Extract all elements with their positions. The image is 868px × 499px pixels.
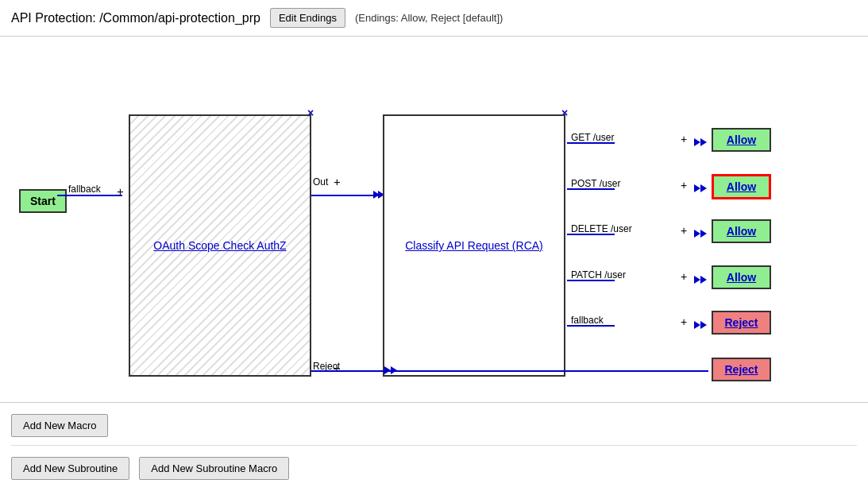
arrow-fallback1 [694, 321, 700, 329]
route-label-fallback: fallback [571, 315, 604, 326]
arrow-post2 [700, 184, 707, 192]
route-label-patch: PATCH /user [571, 269, 626, 280]
arrow-delete1 [694, 230, 700, 238]
plus-reject-out: + [334, 362, 340, 374]
arrow-get2 [700, 138, 707, 146]
line-reject-out [311, 370, 391, 372]
route-label-post: POST /user [571, 178, 620, 189]
line-get [567, 142, 615, 144]
reject-button-fallback[interactable]: Reject [712, 311, 771, 335]
line-start-oauth [57, 195, 122, 196]
macro-row: Add New Macro [11, 414, 857, 446]
add-new-subroutine-macro-button[interactable]: Add New Subroutine Macro [139, 457, 289, 480]
plus-fallback: + [681, 315, 687, 328]
subroutine-row: Add New Subroutine Add New Subroutine Ma… [11, 454, 857, 480]
allow-button-get[interactable]: Allow [712, 128, 771, 152]
oauth-box[interactable]: OAuth Scope Check AuthZ [129, 114, 311, 377]
endings-info: (Endings: Allow, Reject [default]) [355, 12, 503, 24]
plus-patch: + [681, 270, 687, 283]
arrow-patch1 [694, 276, 700, 284]
header: API Protection: /Common/api-protection_p… [0, 0, 868, 37]
plus-delete: + [681, 224, 687, 237]
allow-button-delete[interactable]: Allow [712, 219, 771, 243]
line-delete [567, 234, 615, 235]
page-title: API Protection: /Common/api-protection_p… [11, 11, 260, 25]
flow-diagram: Start fallback + × OAuth Scope Check Aut… [11, 52, 853, 386]
canvas-area: Start fallback + × OAuth Scope Check Aut… [0, 37, 868, 402]
arrow-get1 [694, 138, 700, 146]
arrow-delete2 [700, 230, 707, 238]
classify-box-label[interactable]: Classify API Request (RCA) [402, 236, 546, 255]
classify-box[interactable]: Classify API Request (RCA) [383, 114, 565, 377]
arrow-fallback2 [700, 321, 707, 329]
edit-endings-button[interactable]: Edit Endings [270, 8, 345, 28]
out-label: Out [313, 176, 328, 188]
add-new-macro-button[interactable]: Add New Macro [11, 414, 108, 437]
plus-start: + [117, 184, 124, 198]
plus-oauth-out: + [334, 175, 341, 188]
line-patch [567, 280, 615, 281]
arrow-reject1 [384, 366, 391, 374]
line-fallback [567, 325, 615, 327]
bottom-section: Add New Macro Add New Subroutine Add New… [0, 402, 868, 491]
fallback-label-start: fallback [68, 184, 101, 195]
allow-button-patch[interactable]: Allow [712, 265, 771, 289]
line-reject-long [391, 370, 708, 372]
route-label-get: GET /user [571, 132, 614, 143]
allow-button-post[interactable]: Allow [712, 174, 771, 199]
route-label-delete: DELETE /user [571, 223, 632, 234]
arrow-patch2 [700, 276, 707, 284]
plus-post: + [681, 179, 687, 191]
reject-button-bottom[interactable]: Reject [712, 358, 771, 381]
plus-get: + [681, 133, 687, 145]
add-new-subroutine-button[interactable]: Add New Subroutine [11, 457, 129, 480]
start-node[interactable]: Start [19, 189, 67, 213]
line-out-classify [311, 195, 381, 196]
line-post [567, 188, 615, 190]
oauth-box-label[interactable]: OAuth Scope Check AuthZ [150, 236, 289, 255]
arrow-post1 [694, 184, 700, 192]
